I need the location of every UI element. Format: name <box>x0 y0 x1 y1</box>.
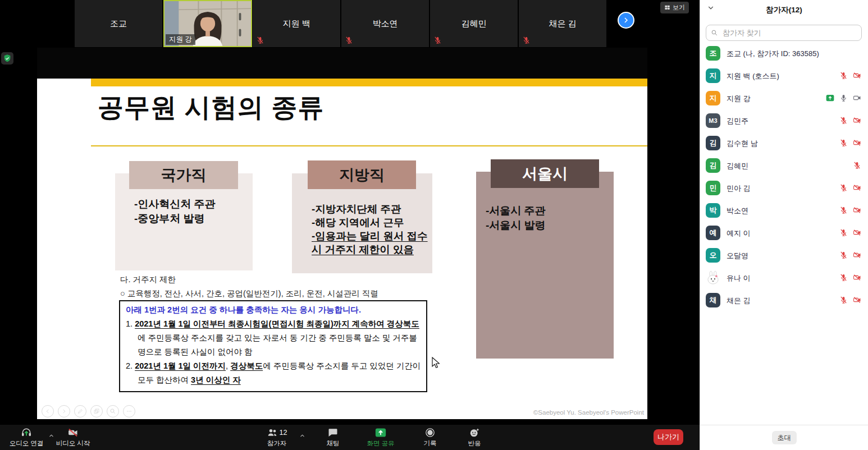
video-tile-3[interactable]: 지원 백 <box>253 0 340 47</box>
video-off-icon <box>853 71 861 80</box>
record-icon <box>424 427 436 438</box>
column-national-header: 국가직 <box>129 161 238 189</box>
mic-muted-icon <box>839 251 848 259</box>
participant-row-3[interactable]: 지 지원 강 <box>700 87 868 109</box>
mic-muted-icon <box>256 36 264 44</box>
connect-audio-label: 오디오 연결 <box>10 439 44 448</box>
mic-on-icon <box>839 94 848 102</box>
participants-count-badge: 12 <box>280 429 287 437</box>
participant-search-input[interactable] <box>721 28 857 38</box>
slides-icon <box>93 408 100 415</box>
pen-tool-button[interactable] <box>74 405 86 417</box>
video-tile-6[interactable]: 채은 김 <box>519 0 606 47</box>
participants-button[interactable]: 12 참가자 <box>257 425 296 450</box>
participants-options-chevron[interactable] <box>299 431 305 441</box>
participant-row-1[interactable]: 조 조교 (나, 참가자 ID: 363585) <box>700 42 868 65</box>
column-local-text: -지방자치단체 주관 -해당 지역에서 근무 -임용과는 달리 원서 접수시 거… <box>312 203 436 256</box>
participant-row-4[interactable]: M3 김민주 <box>700 109 868 132</box>
rule-item-1: 1. 2021년 1월 1일 이전부터 최종시험일(면접시험 최종일)까지 계속… <box>126 317 422 359</box>
participant-row-7[interactable]: 민 민아 김 <box>700 177 868 199</box>
underlined-text: 2021년 1월 1일 이전부터 최종시험일(면접시험 최종일)까지 계속하여 … <box>135 319 419 328</box>
column-local-header: 지방직 <box>308 160 416 189</box>
underlined-text: 경상북도 <box>230 361 263 370</box>
slide-title: 공무원 시험의 종류 <box>98 90 325 125</box>
video-off-icon <box>853 228 861 237</box>
view-button[interactable]: 보기 <box>660 2 689 13</box>
mic-muted-icon <box>839 228 848 237</box>
avatar: 김 <box>706 158 720 173</box>
share-screen-button[interactable]: 화면 공유 <box>358 425 403 450</box>
participant-name: 지원 강 <box>727 94 751 104</box>
note-residence-restriction: 다. 거주지 제한 <box>120 274 176 285</box>
mic-muted-icon <box>839 273 848 282</box>
meeting-toolbar: 오디오 연결 비디오 시작 12 참가자 채팅 화면 공유 기록 <box>0 425 700 450</box>
mic-muted-icon <box>345 36 353 44</box>
leave-meeting-button[interactable]: 나가기 <box>654 429 683 445</box>
participant-name: 유나 이 <box>727 273 751 283</box>
invite-button[interactable]: 초대 <box>772 431 797 444</box>
participant-name: 조교 (나, 참가자 ID: 363585) <box>727 49 819 59</box>
participant-name: 채은 김 <box>727 296 751 306</box>
record-label: 기록 <box>424 439 437 448</box>
participant-row-10[interactable]: 오 오달영 <box>700 244 868 267</box>
mouse-cursor <box>431 357 440 369</box>
slide-next-button[interactable] <box>58 405 70 417</box>
reactions-button[interactable]: 반응 <box>458 425 491 450</box>
start-video-button[interactable]: 비디오 시작 <box>53 425 93 450</box>
participant-row-8[interactable]: 박 박소연 <box>700 199 868 222</box>
participant-row-12[interactable]: 채 채은 김 <box>700 289 868 311</box>
panel-footer: 초대 <box>700 425 868 450</box>
avatar: 민 <box>706 181 720 195</box>
participant-list: 조 조교 (나, 참가자 ID: 363585) 지 지원 백 (호스트) 지 … <box>700 42 868 311</box>
participant-row-2[interactable]: 지 지원 백 (호스트) <box>700 65 868 87</box>
meeting-security-badge[interactable] <box>1 52 13 65</box>
avatar: 지 <box>706 68 720 83</box>
mic-muted-icon <box>839 183 848 192</box>
share-screen-icon <box>375 427 386 438</box>
screen-sharing-icon <box>826 94 834 102</box>
more-options-button[interactable] <box>123 405 135 417</box>
video-tile-1[interactable]: 조교 <box>75 0 162 47</box>
participant-row-11[interactable]: 유나 이 <box>700 267 868 289</box>
participants-panel: 참가자(12) 조 조교 (나, 참가자 ID: 363585) 지 지원 백 … <box>700 0 868 450</box>
participant-name: 김수현 남 <box>727 139 758 149</box>
rule-item-2: 2. 2021년 1월 1일 이전까지, 경상북도에 주민등록상 주소지를 두고… <box>126 359 422 387</box>
record-button[interactable]: 기록 <box>413 425 447 450</box>
column-seoul-header: 서울시 <box>491 159 599 188</box>
next-video-page-button[interactable] <box>618 12 634 29</box>
participant-row-5[interactable]: 김 김수현 남 <box>700 132 868 154</box>
slide-letterbox-bar <box>37 48 647 79</box>
mic-muted-icon <box>522 36 531 44</box>
smiley-plus-icon <box>469 427 480 438</box>
video-tile-2-active-speaker[interactable]: 지원 강 <box>163 0 252 47</box>
video-off-icon <box>853 251 861 259</box>
participant-name: 민아 김 <box>727 183 751 194</box>
avatar: 예 <box>706 226 720 240</box>
column-seoul-text: -서울시 주관 -서울시 발령 <box>486 204 546 233</box>
participant-row-6[interactable]: 김 김혜민 <box>700 154 868 177</box>
reactions-label: 반응 <box>468 439 481 448</box>
slide-previous-button[interactable] <box>42 405 54 417</box>
chevron-right-icon <box>622 16 630 24</box>
video-off-icon <box>853 296 861 304</box>
underlined-text: 2021년 1월 1일 이전까지 <box>135 361 226 370</box>
share-screen-label: 화면 공유 <box>367 439 394 448</box>
zoom-slide-button[interactable] <box>107 405 119 417</box>
video-tile-4[interactable]: 박소연 <box>341 0 429 47</box>
chat-button[interactable]: 채팅 <box>316 425 350 450</box>
participant-row-9[interactable]: 예 예지 이 <box>700 222 868 244</box>
view-button-label: 보기 <box>673 3 685 12</box>
mic-muted-icon <box>839 116 848 125</box>
avatar: 박 <box>706 203 720 218</box>
participant-search-box[interactable] <box>706 25 862 41</box>
zoom-meeting-window: 조교 지원 강 지원 백 박소연 김혜민 채은 김 <box>0 0 868 450</box>
active-speaker-name-label: 지원 강 <box>166 34 195 45</box>
avatar: 지 <box>706 91 720 105</box>
slide-title-underline <box>91 145 647 146</box>
video-tile-5[interactable]: 김혜민 <box>430 0 518 47</box>
video-on-icon <box>853 94 861 102</box>
connect-audio-button[interactable]: 오디오 연결 <box>1 425 52 450</box>
see-all-slides-button[interactable] <box>90 405 103 417</box>
triangle-left-icon <box>44 408 51 415</box>
tile-participant-name: 박소연 <box>373 19 398 29</box>
